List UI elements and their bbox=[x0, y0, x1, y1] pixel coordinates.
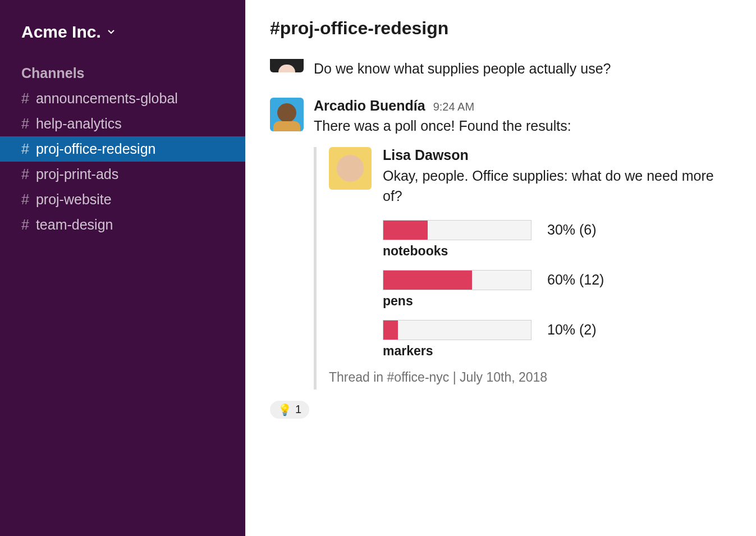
sidebar: Acme Inc. Channels #announcements-global… bbox=[0, 0, 245, 536]
quote-text: Okay, people. Office supplies: what do w… bbox=[383, 166, 731, 207]
channel-name-label: proj-website bbox=[36, 191, 112, 208]
poll-option: 30% (6)notebooks bbox=[383, 220, 731, 259]
poll-bar-fill bbox=[383, 320, 398, 340]
sidebar-channel-item[interactable]: #proj-website bbox=[0, 187, 245, 212]
lightbulb-icon: 💡 bbox=[278, 403, 292, 416]
hash-icon: # bbox=[21, 116, 29, 132]
poll-option-label: markers bbox=[383, 343, 731, 359]
channel-name-label: announcements-global bbox=[36, 90, 178, 107]
channels-section-header: Channels bbox=[0, 57, 245, 86]
poll-bar-track bbox=[383, 270, 532, 290]
sidebar-channel-item[interactable]: #team-design bbox=[0, 212, 245, 237]
avatar[interactable] bbox=[270, 98, 304, 131]
message-author[interactable]: Arcadio Buendía bbox=[314, 98, 425, 114]
previous-message-text: Do we know what supplies people actually… bbox=[314, 59, 611, 79]
poll-bar-track bbox=[383, 220, 532, 240]
poll-option: 60% (12)pens bbox=[383, 270, 731, 309]
channel-title: #proj-office-redesign bbox=[270, 18, 731, 39]
message-timestamp: 9:24 AM bbox=[433, 100, 474, 113]
quoted-message[interactable]: Lisa Dawson Okay, people. Office supplie… bbox=[314, 147, 731, 390]
poll-value-label: 30% (6) bbox=[547, 222, 597, 238]
sidebar-channel-item[interactable]: #proj-print-ads bbox=[0, 162, 245, 187]
hash-icon: # bbox=[21, 166, 29, 182]
poll-value-label: 60% (12) bbox=[547, 272, 604, 288]
quote-meta[interactable]: Thread in #office-nyc | July 10th, 2018 bbox=[329, 370, 731, 385]
reactions-bar: 💡 1 bbox=[270, 401, 731, 419]
poll-bar-fill bbox=[383, 271, 472, 290]
workspace-name-label: Acme Inc. bbox=[21, 22, 101, 42]
hash-icon: # bbox=[21, 191, 29, 208]
poll-bar-fill bbox=[383, 221, 428, 240]
poll-option: 10% (2)markers bbox=[383, 320, 731, 359]
reaction-chip[interactable]: 💡 1 bbox=[270, 401, 309, 419]
hash-icon: # bbox=[21, 141, 29, 157]
poll-bar-track bbox=[383, 320, 532, 340]
channel-name-label: help-analytics bbox=[36, 116, 122, 132]
channel-name-label: team-design bbox=[36, 217, 113, 233]
channel-name-label: proj-print-ads bbox=[36, 166, 118, 182]
previous-message-row: Do we know what supplies people actually… bbox=[270, 59, 731, 79]
avatar bbox=[270, 59, 304, 72]
quote-author[interactable]: Lisa Dawson bbox=[383, 147, 731, 163]
reaction-count: 1 bbox=[295, 403, 301, 416]
avatar[interactable] bbox=[329, 147, 372, 190]
message: Arcadio Buendía 9:24 AM There was a poll… bbox=[270, 98, 731, 419]
hash-icon: # bbox=[21, 217, 29, 233]
channel-name-label: proj-office-redesign bbox=[36, 141, 156, 157]
message-text: There was a poll once! Found the results… bbox=[314, 116, 731, 136]
workspace-switcher[interactable]: Acme Inc. bbox=[0, 17, 245, 57]
poll-results: 30% (6)notebooks60% (12)pens10% (2)marke… bbox=[383, 220, 731, 359]
poll-value-label: 10% (2) bbox=[547, 322, 597, 338]
main-content: #proj-office-redesign Do we know what su… bbox=[245, 0, 756, 536]
poll-option-label: notebooks bbox=[383, 244, 731, 259]
chevron-down-icon bbox=[107, 28, 116, 36]
channel-list: #announcements-global#help-analytics#pro… bbox=[0, 86, 245, 237]
sidebar-channel-item[interactable]: #help-analytics bbox=[0, 111, 245, 136]
poll-option-label: pens bbox=[383, 294, 731, 309]
sidebar-channel-item[interactable]: #announcements-global bbox=[0, 86, 245, 111]
hash-icon: # bbox=[21, 90, 29, 107]
sidebar-channel-item[interactable]: #proj-office-redesign bbox=[0, 136, 245, 162]
